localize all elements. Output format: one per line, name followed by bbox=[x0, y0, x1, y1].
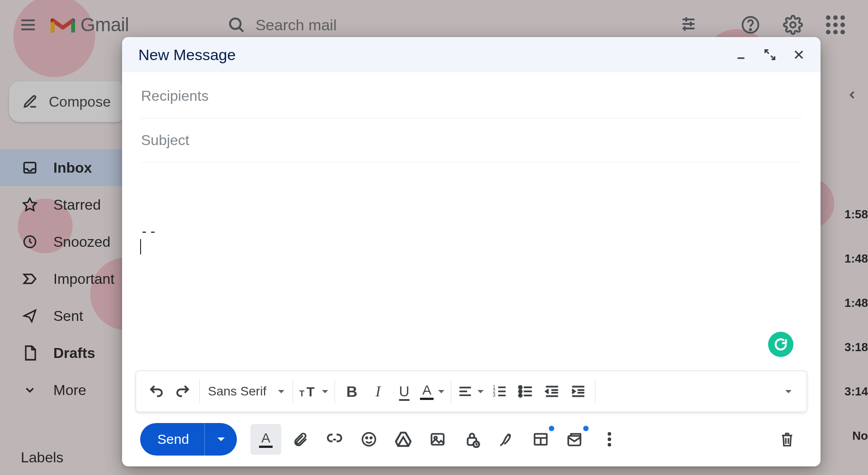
formatting-toolbar: Sans Serif TT B I U A 123 bbox=[136, 371, 807, 412]
svg-point-61 bbox=[608, 443, 611, 447]
send-button[interactable]: Send bbox=[140, 423, 237, 456]
svg-point-47 bbox=[363, 433, 376, 446]
insert-link-button[interactable] bbox=[319, 424, 350, 455]
compose-dialog: New Message -- bbox=[122, 37, 821, 466]
more-options-button[interactable] bbox=[594, 424, 625, 455]
more-formatting-button[interactable] bbox=[773, 378, 799, 405]
bulleted-list-button[interactable] bbox=[513, 378, 539, 405]
svg-point-37 bbox=[519, 390, 522, 393]
font-size-button[interactable]: TT bbox=[297, 378, 331, 405]
subject-input[interactable] bbox=[140, 132, 802, 149]
close-button[interactable] bbox=[790, 46, 808, 64]
italic-button[interactable]: I bbox=[365, 378, 391, 405]
svg-point-38 bbox=[519, 394, 522, 397]
compose-body[interactable]: -- bbox=[122, 163, 821, 371]
align-button[interactable] bbox=[455, 378, 486, 405]
svg-point-59 bbox=[608, 432, 611, 436]
svg-point-49 bbox=[370, 437, 372, 438]
text-cursor bbox=[140, 239, 141, 254]
undo-button[interactable] bbox=[143, 378, 170, 405]
discard-draft-button[interactable] bbox=[772, 424, 802, 455]
svg-point-36 bbox=[519, 386, 522, 389]
svg-point-48 bbox=[366, 437, 368, 438]
bold-button[interactable]: B bbox=[339, 378, 365, 405]
insert-drive-button[interactable] bbox=[388, 424, 419, 455]
svg-text:T: T bbox=[299, 389, 305, 398]
new-indicator-dot bbox=[549, 426, 554, 431]
svg-text:3: 3 bbox=[493, 392, 495, 398]
new-indicator-dot bbox=[583, 426, 589, 431]
insert-photo-button[interactable] bbox=[422, 424, 453, 455]
text-color-button[interactable]: A bbox=[417, 378, 447, 405]
grammarly-icon[interactable] bbox=[768, 332, 793, 357]
minimize-button[interactable] bbox=[732, 46, 750, 64]
insert-emoji-button[interactable] bbox=[354, 424, 384, 455]
confidential-mode-button[interactable] bbox=[457, 424, 487, 455]
attach-file-button[interactable] bbox=[285, 424, 316, 455]
font-family-select[interactable]: Sans Serif bbox=[203, 378, 289, 405]
send-options-button[interactable] bbox=[204, 423, 237, 456]
redo-button[interactable] bbox=[170, 378, 196, 405]
compose-title: New Message bbox=[138, 46, 236, 64]
indent-less-button[interactable] bbox=[539, 378, 565, 405]
underline-button[interactable]: U bbox=[391, 378, 417, 405]
svg-text:T: T bbox=[307, 384, 315, 399]
pop-out-button[interactable] bbox=[761, 46, 779, 64]
svg-point-60 bbox=[608, 437, 611, 441]
subject-row[interactable] bbox=[140, 118, 802, 163]
insert-signature-button[interactable] bbox=[491, 424, 522, 455]
svg-rect-50 bbox=[432, 434, 444, 445]
indent-more-button[interactable] bbox=[565, 378, 591, 405]
recipients-input[interactable] bbox=[140, 87, 802, 105]
font-family-label: Sans Serif bbox=[208, 384, 266, 399]
signature-separator: -- bbox=[140, 223, 802, 239]
multi-send-button[interactable] bbox=[560, 424, 590, 455]
layouts-button[interactable] bbox=[525, 424, 556, 455]
recipients-row[interactable] bbox=[140, 74, 802, 118]
formatting-options-button[interactable]: A bbox=[250, 424, 281, 455]
send-button-label: Send bbox=[140, 432, 204, 447]
numbered-list-button[interactable]: 123 bbox=[486, 378, 513, 405]
